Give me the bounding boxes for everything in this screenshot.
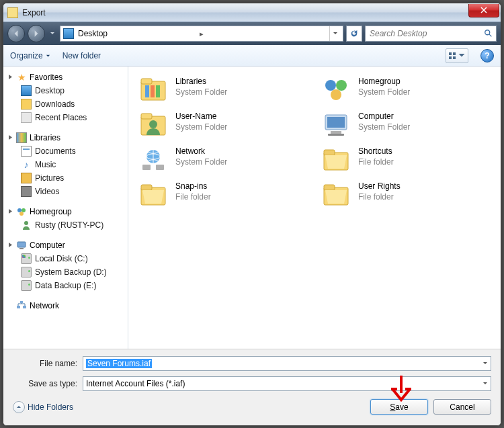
svg-rect-31: [142, 165, 151, 170]
tree-header-network[interactable]: Network: [3, 299, 128, 312]
refresh-button[interactable]: [346, 26, 362, 42]
music-icon: ♪: [21, 159, 32, 170]
tree-item-documents[interactable]: Documents: [3, 144, 128, 158]
tree-item-drive-d[interactable]: System Backup (D:): [3, 265, 128, 279]
address-bar[interactable]: Desktop ▸: [60, 26, 343, 42]
item-subtitle: File folder: [358, 191, 401, 202]
breadcrumb-chevron-icon[interactable]: ▸: [200, 30, 204, 38]
file-item[interactable]: HomegroupSystem Folder: [318, 73, 494, 105]
item-subtitle: System Folder: [175, 122, 227, 132]
svg-rect-27: [331, 131, 341, 134]
tree-group-computer: Computer Local Disk (C:) System Backup (…: [3, 239, 128, 292]
address-dropdown[interactable]: [329, 26, 340, 41]
caret-icon: [7, 207, 13, 216]
star-icon: ★: [16, 72, 27, 83]
save-button[interactable]: Save: [370, 399, 428, 415]
tree-item-rusty[interactable]: Rusty (RUSTY-PC): [3, 218, 128, 232]
hide-folders-link[interactable]: Hide Folders: [13, 401, 73, 413]
forward-button[interactable]: [28, 25, 45, 42]
file-item[interactable]: ShortcutsFile folder: [318, 143, 494, 175]
svg-rect-26: [327, 117, 345, 128]
toolbar: Organize New folder ?: [3, 45, 501, 67]
tree-label: Favorites: [30, 73, 62, 82]
filename-dropdown[interactable]: [480, 361, 491, 366]
libraries-icon: [16, 132, 27, 143]
new-folder-button[interactable]: New folder: [62, 51, 101, 60]
tree-item-downloads[interactable]: Downloads: [3, 97, 128, 111]
filetype-combo[interactable]: Internet Account Files (*.iaf): [83, 376, 491, 391]
help-button[interactable]: ?: [480, 49, 494, 62]
item-title: Homegroup: [358, 76, 410, 87]
export-dialog: Export Desktop ▸ Organize New: [3, 3, 501, 426]
svg-rect-16: [145, 85, 149, 97]
folder-icon: [138, 181, 169, 208]
tree-header-homegroup[interactable]: Homegroup: [3, 205, 128, 218]
filetype-dropdown[interactable]: [480, 381, 491, 386]
search-box[interactable]: [365, 26, 497, 42]
user-icon: [21, 220, 32, 230]
tree-item-label: Recent Places: [35, 113, 87, 122]
filename-combo[interactable]: Seven Forums.iaf: [83, 356, 491, 371]
file-list[interactable]: LibrariesSystem FolderHomegroupSystem Fo…: [128, 67, 501, 349]
file-item[interactable]: LibrariesSystem Folder: [135, 73, 311, 105]
homegroup-icon: [16, 206, 27, 217]
svg-rect-36: [141, 185, 152, 190]
tree-header-libraries[interactable]: Libraries: [3, 131, 128, 144]
search-input[interactable]: [368, 28, 481, 39]
svg-point-7: [19, 212, 24, 216]
desktop-icon: [21, 85, 32, 96]
svg-rect-3: [449, 56, 452, 59]
svg-rect-1: [449, 52, 452, 55]
view-options-button[interactable]: [446, 48, 468, 63]
file-item[interactable]: NetworkSystem Folder: [135, 143, 311, 175]
tree-header-computer[interactable]: Computer: [3, 239, 128, 252]
svg-point-8: [24, 221, 28, 225]
svg-rect-28: [328, 134, 344, 136]
tree-item-label: Documents: [35, 146, 76, 156]
organize-menu[interactable]: Organize: [10, 51, 50, 60]
tree-item-music[interactable]: ♪Music: [3, 158, 128, 171]
item-subtitle: File folder: [175, 191, 211, 202]
tree-header-favorites[interactable]: ★ Favorites: [3, 71, 128, 84]
search-icon: [484, 29, 493, 38]
titlebar: Export: [3, 3, 501, 22]
tree-item-desktop[interactable]: Desktop: [3, 84, 128, 97]
desktop-icon: [63, 28, 74, 39]
close-button[interactable]: [468, 4, 499, 17]
item-subtitle: System Folder: [358, 87, 410, 97]
tree-item-label: System Backup (D:): [35, 267, 107, 277]
file-item[interactable]: ComputerSystem Folder: [318, 108, 494, 140]
tree-item-drive-e[interactable]: Data Backup (E:): [3, 279, 128, 292]
dropdown-arrow-icon: [458, 52, 466, 60]
navigation-tree[interactable]: ★ Favorites Desktop Downloads Recent Pla…: [3, 67, 128, 349]
tree-item-label: Downloads: [35, 99, 75, 109]
svg-rect-17: [151, 85, 155, 97]
svg-point-20: [336, 80, 347, 91]
item-subtitle: System Folder: [358, 122, 410, 132]
tree-item-label: Local Disk (C:): [35, 254, 88, 263]
back-button[interactable]: [7, 25, 25, 42]
tree-item-recent[interactable]: Recent Places: [3, 111, 128, 124]
svg-rect-15: [141, 79, 152, 84]
downloads-icon: [21, 99, 32, 110]
window-title: Export: [22, 8, 468, 17]
file-item[interactable]: User RightsFile folder: [318, 178, 494, 210]
caret-icon: [7, 133, 13, 142]
dropdown-arrow-icon: [46, 51, 50, 60]
tree-item-pictures[interactable]: Pictures: [3, 171, 128, 185]
close-icon: [480, 7, 487, 13]
caret-icon: [7, 73, 13, 82]
tree-group-favorites: ★ Favorites Desktop Downloads Recent Pla…: [3, 71, 128, 124]
cancel-button[interactable]: Cancel: [433, 399, 491, 415]
svg-point-19: [325, 80, 336, 91]
item-title: Snap-ins: [175, 181, 211, 191]
save-panel: File name: Seven Forums.iaf Save as type…: [3, 349, 501, 426]
file-item[interactable]: Snap-insFile folder: [135, 178, 311, 210]
tree-group-libraries: Libraries Documents ♪Music Pictures Vide…: [3, 131, 128, 198]
tree-item-drive-c[interactable]: Local Disk (C:): [3, 252, 128, 265]
nav-history-dropdown[interactable]: [48, 31, 57, 36]
tree-item-videos[interactable]: Videos: [3, 185, 128, 198]
file-item[interactable]: User-NameSystem Folder: [135, 108, 311, 140]
recent-icon: [21, 112, 32, 123]
caret-icon: [7, 241, 13, 250]
